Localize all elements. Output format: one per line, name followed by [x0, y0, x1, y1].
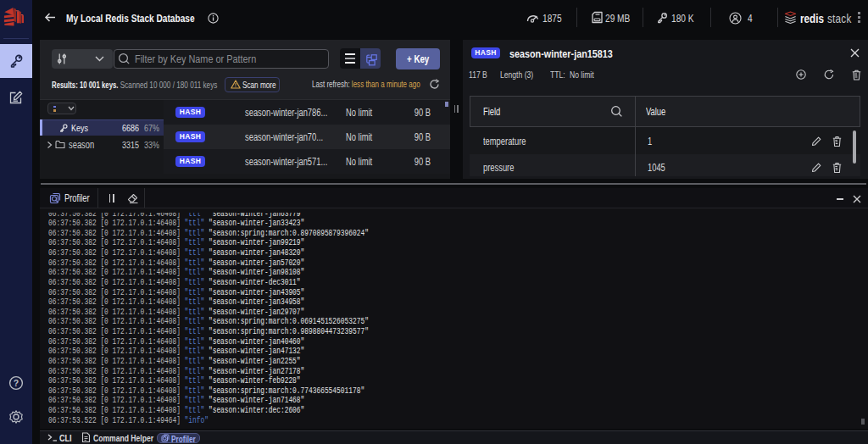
svg-text:?: ?	[14, 378, 19, 388]
